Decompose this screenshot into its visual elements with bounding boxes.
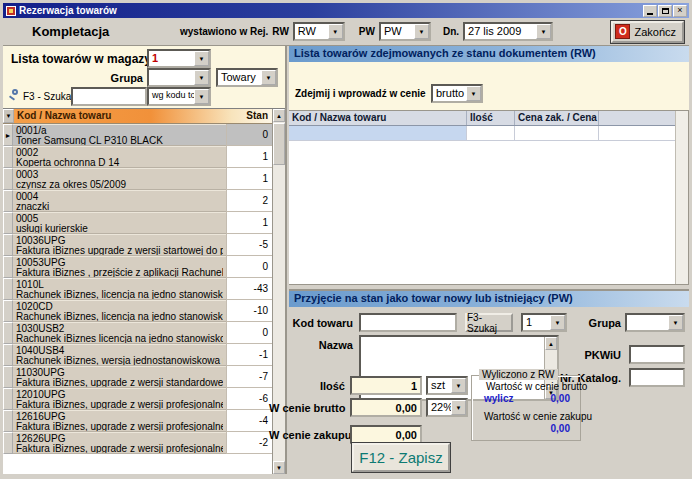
row-selector[interactable] xyxy=(3,410,13,432)
table-row[interactable]: 11030UPGFaktura iBiznes, upgrade z wersj… xyxy=(3,366,272,388)
row-selector[interactable] xyxy=(3,300,13,322)
row-selector[interactable] xyxy=(3,432,13,454)
column-header-stan[interactable]: Stan xyxy=(226,109,272,123)
table-row[interactable]: 1020CDRachunek iBiznes, licencja na jedn… xyxy=(3,300,272,322)
row-selector[interactable] xyxy=(3,168,13,190)
pkwiu-input[interactable] xyxy=(629,345,685,364)
rw-col-price[interactable]: Cena zak. / Cena sp. xyxy=(515,111,599,125)
scroll-thumb[interactable] xyxy=(273,123,285,165)
chevron-down-icon[interactable]: ▼ xyxy=(466,86,481,101)
rw-col-name[interactable]: Kod / Nazwa towaru xyxy=(289,111,467,125)
grid-filter-button[interactable]: ▼ xyxy=(3,109,14,123)
product-cell[interactable]: 1010LRachunek iBiznes, licencja na jedno… xyxy=(13,278,226,300)
product-cell[interactable]: 10053UPGFaktura iBiznes , przejście z ap… xyxy=(13,256,226,278)
table-row[interactable]: ►0001/aToner Samsung CL P310 BLACK0 xyxy=(3,124,272,146)
product-cell[interactable]: 12010UPGFaktura iBiznes, upgrade z wersj… xyxy=(13,388,226,410)
katalog-input[interactable] xyxy=(629,368,685,387)
product-cell[interactable]: 1030USB2Rachunek iBiznes licencja na jed… xyxy=(13,322,226,344)
scroll-down-button[interactable]: ▼ xyxy=(273,461,285,474)
row-selector[interactable] xyxy=(3,234,13,256)
product-code: 0003 xyxy=(16,169,223,180)
product-cell[interactable]: 12626UPGFaktura iBiznes, upgrade z wersj… xyxy=(13,432,226,454)
product-cell[interactable]: 0001/aToner Samsung CL P310 BLACK xyxy=(13,124,226,146)
group-select[interactable]: ▼ xyxy=(147,68,211,87)
product-cell[interactable]: 0002Koperta ochronna D 14 xyxy=(13,146,226,168)
kod-towaru-input[interactable] xyxy=(359,313,457,332)
pw-register-select[interactable]: PW ▼ xyxy=(379,22,431,41)
rw-col-qty[interactable]: Ilość xyxy=(467,111,515,125)
row-selector[interactable] xyxy=(3,366,13,388)
product-cell[interactable]: 0003czynsz za okres 05/2009 xyxy=(13,168,226,190)
rw-scrollbar[interactable] xyxy=(675,111,688,284)
table-row[interactable]: 1010LRachunek iBiznes, licencja na jedno… xyxy=(3,278,272,300)
chevron-down-icon[interactable]: ▼ xyxy=(536,24,551,39)
row-selector[interactable] xyxy=(3,344,13,366)
end-button[interactable]: O Zakończ xyxy=(611,21,684,43)
product-cell[interactable]: 10036UPGFaktura iBiznes upgrade z wersji… xyxy=(13,234,226,256)
table-row[interactable]: 0004znaczki2 xyxy=(3,190,272,212)
table-row[interactable]: 12616UPGFaktura iBiznes, upgrade z wersj… xyxy=(3,410,272,432)
rw-register-select[interactable]: RW ▼ xyxy=(293,22,345,41)
chevron-down-icon[interactable]: ▼ xyxy=(451,378,466,393)
vat-select[interactable]: 22% ▼ xyxy=(426,398,468,417)
row-selector[interactable] xyxy=(3,212,13,234)
row-selector[interactable] xyxy=(3,256,13,278)
price-mode-select[interactable]: brutto ▼ xyxy=(431,84,483,103)
table-row[interactable]: 12626UPGFaktura iBiznes, upgrade z wersj… xyxy=(3,432,272,454)
save-button[interactable]: F12 - Zapisz xyxy=(352,443,450,472)
grupa-select[interactable]: ▼ xyxy=(625,313,685,332)
product-cell[interactable]: 1020CDRachunek iBiznes, licencja na jedn… xyxy=(13,300,226,322)
table-row[interactable]: 10036UPGFaktura iBiznes upgrade z wersji… xyxy=(3,234,272,256)
maximize-button[interactable] xyxy=(658,5,672,17)
rw-cell-name[interactable] xyxy=(289,126,467,140)
table-row[interactable]: 1030USB2Rachunek iBiznes licencja na jed… xyxy=(3,322,272,344)
chevron-down-icon[interactable]: ▼ xyxy=(328,24,343,39)
search-mode-select[interactable]: wg kodu towaru ▼ xyxy=(147,87,211,106)
table-row[interactable]: 0005usługi kurierskie1 xyxy=(3,212,272,234)
chevron-down-icon[interactable]: ▼ xyxy=(668,315,683,330)
product-cell[interactable]: 0004znaczki xyxy=(13,190,226,212)
warehouse-select[interactable]: 1 ▼ xyxy=(147,49,211,68)
row-selector[interactable] xyxy=(3,322,13,344)
brutto-input[interactable] xyxy=(350,398,422,417)
ilosc-input[interactable] xyxy=(350,376,422,395)
table-row[interactable]: 10053UPGFaktura iBiznes , przejście z ap… xyxy=(3,256,272,278)
f3-szukaj-button[interactable]: F3-Szukaj xyxy=(465,313,513,332)
scroll-up-button[interactable]: ▲ xyxy=(273,109,285,122)
chevron-down-icon[interactable]: ▼ xyxy=(194,70,209,85)
product-scrollbar[interactable]: ▲ ▼ xyxy=(272,109,285,474)
table-row[interactable]: 0002Koperta ochronna D 141 xyxy=(3,146,272,168)
row-selector[interactable] xyxy=(3,190,13,212)
rw-col-extra[interactable] xyxy=(599,111,675,125)
row-selector[interactable] xyxy=(3,278,13,300)
chevron-down-icon[interactable]: ▼ xyxy=(414,24,429,39)
rw-empty-row[interactable] xyxy=(289,126,688,141)
table-row[interactable]: 0003czynsz za okres 05/20091 xyxy=(3,168,272,190)
rw-cell-extra[interactable] xyxy=(599,126,675,140)
close-button[interactable]: × xyxy=(673,5,687,17)
unit-select[interactable]: szt ▼ xyxy=(426,376,468,395)
product-cell[interactable]: 12616UPGFaktura iBiznes, upgrade z wersj… xyxy=(13,410,226,432)
search-input[interactable] xyxy=(71,87,147,106)
table-row[interactable]: 12010UPGFaktura iBiznes, upgrade z wersj… xyxy=(3,388,272,410)
product-cell[interactable]: 0005usługi kurierskie xyxy=(13,212,226,234)
rw-cell-price[interactable] xyxy=(515,126,599,140)
date-picker[interactable]: 27 lis 2009 ▼ xyxy=(463,22,553,41)
chevron-down-icon[interactable]: ▼ xyxy=(194,51,209,66)
wylicz-link[interactable]: wylicz xyxy=(484,393,513,404)
scroll-up-button[interactable]: ▲ xyxy=(545,337,557,350)
zakupu-input[interactable] xyxy=(350,425,422,444)
chevron-down-icon[interactable]: ▼ xyxy=(194,89,209,104)
row-selector[interactable]: ► xyxy=(3,124,13,146)
row-selector[interactable] xyxy=(3,388,13,410)
table-row[interactable]: 1040USB4Rachunek iBiznes, wersja jednost… xyxy=(3,344,272,366)
chevron-down-icon[interactable]: ▼ xyxy=(451,400,466,415)
minimize-button[interactable] xyxy=(643,5,657,17)
rw-cell-qty[interactable] xyxy=(467,126,515,140)
product-cell[interactable]: 1040USB4Rachunek iBiznes, wersja jednost… xyxy=(13,344,226,366)
row-selector[interactable] xyxy=(3,146,13,168)
chevron-down-icon[interactable]: ▼ xyxy=(261,70,276,85)
item-type-select[interactable]: Towary ▼ xyxy=(216,68,278,87)
product-cell[interactable]: 11030UPGFaktura iBiznes, upgrade z wersj… xyxy=(13,366,226,388)
column-header-name[interactable]: Kod / Nazwa towaru xyxy=(14,109,226,123)
